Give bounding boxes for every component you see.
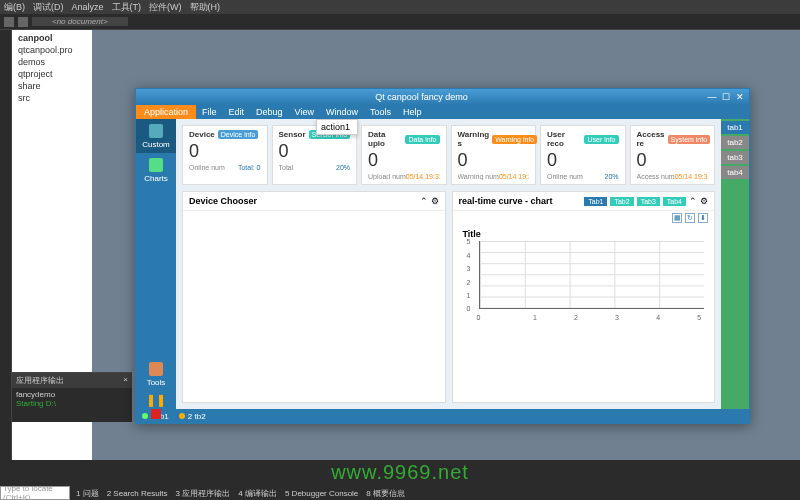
tree-item[interactable]: qtproject [14,68,90,80]
status-item[interactable]: 4 编译输出 [238,488,277,499]
right-tab-panel: tab1 tab2 tab3 tab4 [721,119,749,409]
stat-card[interactable]: Warning sWarning info0Warning num05/14 1… [451,125,537,185]
application-tab[interactable]: Application [136,105,196,119]
menu-item[interactable]: 控件(W) [149,1,182,14]
menu-edit[interactable]: Edit [223,107,251,117]
menu-item[interactable]: 编(B) [4,1,25,14]
device-chooser-panel: Device Chooser ⌃ ⚙ [182,191,446,403]
ide-mode-bar[interactable] [0,30,12,460]
sidenav-charts[interactable]: Charts [136,153,176,187]
pause-icon[interactable]: ❚❚ [146,393,166,407]
ide-toolbar: <no document> [0,14,800,30]
sidenav-tools[interactable]: Tools [136,357,176,391]
minimize-icon[interactable]: — [707,92,717,102]
ide-menubar: 编(B) 调试(D) Analyze 工具(T) 控件(W) 帮助(H) [0,0,800,14]
file-menu-dropdown[interactable]: action1 [316,119,358,135]
tree-item[interactable]: demos [14,56,90,68]
menu-file[interactable]: File [196,107,223,117]
menu-item[interactable]: Analyze [72,2,104,12]
fancy-content: DeviceDevice info0Online numTotal: 0Sens… [176,119,721,409]
panel-title: Device Chooser [189,196,417,206]
status-dot-icon [179,413,185,419]
fancy-sidenav: Custom Charts Tools ❚❚ [136,119,176,409]
chart-title: Title [463,229,705,239]
refresh-icon[interactable]: ↻ [685,213,695,223]
tree-item[interactable]: qtcanpool.pro [14,44,90,56]
right-tab[interactable]: tab4 [721,166,749,179]
locate-input[interactable]: Type to locate (Ctrl+K) [0,486,70,500]
output-process: fancydemo [16,390,128,399]
status-item[interactable]: 3 应用程序输出 [176,488,231,499]
stat-card[interactable]: User recoUser info0Online num20% [540,125,626,185]
status-item[interactable]: 1 问题 [76,488,99,499]
grid-icon[interactable]: ▦ [672,213,682,223]
ide-statusbar: 1 问题 2 Search Results 3 应用程序输出 4 编译输出 5 … [72,486,800,500]
back-icon[interactable] [4,17,14,27]
output-panel: 应用程序输出× fancydemo Starting D:\ [12,372,132,422]
output-line: Starting D:\ [16,399,128,408]
panel-title: real-time curve - chart [459,196,582,206]
chart-tab[interactable]: Tab3 [637,197,660,206]
stat-card[interactable]: DeviceDevice info0Online numTotal: 0 [182,125,268,185]
document-selector[interactable]: <no document> [32,17,128,26]
tools-icon [149,362,163,376]
realtime-chart: 5 4 3 2 1 0 0 1 2 3 4 5 [463,241,705,321]
stat-card[interactable]: Data uploData info0Upload num05/14 19:31 [361,125,447,185]
maximize-icon[interactable]: ☐ [721,92,731,102]
output-tab[interactable]: 应用程序输出 [16,375,64,386]
chart-tab[interactable]: Tab4 [663,197,686,206]
chart-tab[interactable]: Tab1 [584,197,607,206]
menu-window[interactable]: Window [320,107,364,117]
fancy-menubar: Application File Edit Debug View Window … [136,105,749,119]
status-item[interactable]: 5 Debugger Console [285,489,358,498]
menu-help[interactable]: Help [397,107,428,117]
window-title: Qt canpool fancy demo [140,92,703,102]
menu-item[interactable]: 调试(D) [33,1,64,14]
project-root[interactable]: canpool [18,33,53,43]
chart-tab[interactable]: Tab2 [610,197,633,206]
stats-cards-row: DeviceDevice info0Online numTotal: 0Sens… [182,125,715,185]
fancy-statusbar: 1 tb1 2 tb2 [136,409,749,423]
watermark: www.9969.net [331,461,469,484]
fancy-window: Qt canpool fancy demo — ☐ ✕ Application … [135,88,750,424]
forward-icon[interactable] [18,17,28,27]
right-tab[interactable]: tab1 [721,121,749,134]
gear-icon[interactable]: ⚙ [431,196,439,206]
gear-icon[interactable]: ⚙ [700,196,708,206]
fancy-titlebar[interactable]: Qt canpool fancy demo — ☐ ✕ [136,89,749,105]
close-icon[interactable]: × [123,375,128,386]
menu-view[interactable]: View [289,107,320,117]
right-tab[interactable]: tab2 [721,136,749,149]
chart-panel: real-time curve - chart Tab1 Tab2 Tab3 T… [452,191,716,403]
stat-card[interactable]: Access reSystem info0Access num05/14 19:… [630,125,716,185]
charts-icon [149,158,163,172]
menu-item[interactable]: 帮助(H) [190,1,221,14]
tree-item[interactable]: src [14,92,90,104]
collapse-icon[interactable]: ⌃ [420,196,428,206]
close-icon[interactable]: ✕ [735,92,745,102]
download-icon[interactable]: ⬇ [698,213,708,223]
menu-tools[interactable]: Tools [364,107,397,117]
status-item[interactable]: 8 概要信息 [366,488,405,499]
sidenav-custom[interactable]: Custom [136,119,176,153]
custom-icon [149,124,163,138]
stop-icon[interactable] [151,409,161,419]
right-tab[interactable]: tab3 [721,151,749,164]
status-item[interactable]: 2 Search Results [107,489,168,498]
menu-debug[interactable]: Debug [250,107,289,117]
menu-item[interactable]: 工具(T) [112,1,142,14]
collapse-icon[interactable]: ⌃ [689,196,697,206]
tree-item[interactable]: share [14,80,90,92]
